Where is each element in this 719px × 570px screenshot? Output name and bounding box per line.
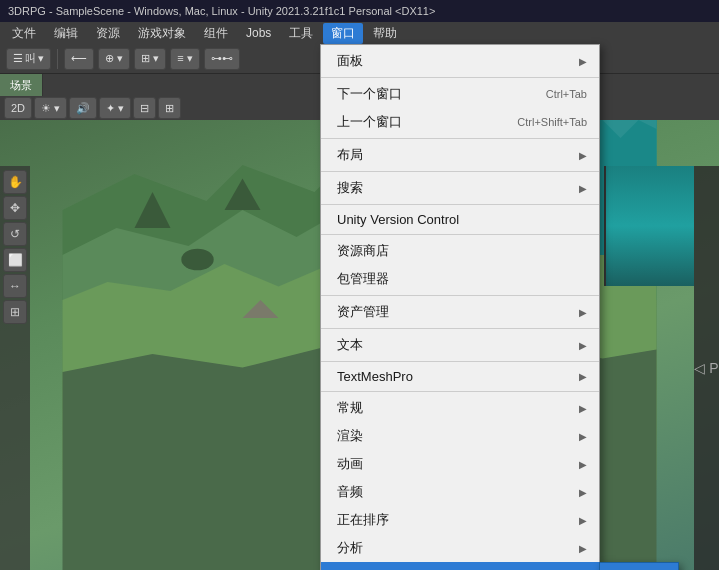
animation-label: 动画 [337,455,363,473]
menu-gameobject[interactable]: 游戏对象 [130,23,194,44]
package-manager-item[interactable]: 包管理器 [321,265,599,293]
ai-submenu: 导航 [599,562,679,570]
svg-point-8 [181,249,213,271]
menu-help[interactable]: 帮助 [365,23,405,44]
move-tool[interactable]: ✥ [3,196,27,220]
menu-tools[interactable]: 工具 [281,23,321,44]
toolbar-gizmo-btn[interactable]: ⊕ ▾ [98,48,130,70]
toolbar-layers-btn[interactable]: ☰ 叫 ▾ [6,48,51,70]
panel-label: 面板 [337,52,363,70]
menu-edit[interactable]: 编辑 [46,23,86,44]
scene-view-btn[interactable]: 2D [4,97,32,119]
layout-item[interactable]: 布局 ▶ [321,141,599,169]
toolbar-move-btn[interactable]: ⟵ [64,48,94,70]
render-arrow: ▶ [579,431,587,442]
menu-file[interactable]: 文件 [4,23,44,44]
right-panel-arrow: ◁ P [694,360,718,376]
textmeshpro-arrow: ▶ [579,371,587,382]
menu-section-tmp: TextMeshPro ▶ [321,362,599,392]
scene-lighting-btn[interactable]: ☀ ▾ [34,97,67,119]
scene-fx-btn[interactable]: ✦ ▾ [99,97,131,119]
analysis-item[interactable]: 分析 ▶ [321,534,599,562]
menu-section-panel: 面板 ▶ [321,45,599,78]
next-window-item[interactable]: 下一个窗口 Ctrl+Tab [321,80,599,108]
right-panel: ◁ P [694,166,719,570]
audio-label: 音频 [337,483,363,501]
prev-window-label: 上一个窗口 [337,113,402,131]
menu-section-nav: 下一个窗口 Ctrl+Tab 上一个窗口 Ctrl+Shift+Tab [321,78,599,139]
animation-item[interactable]: 动画 ▶ [321,450,599,478]
textmeshpro-label: TextMeshPro [337,369,413,384]
menu-bar: 文件 编辑 资源 游戏对象 组件 Jobs 工具 窗口 帮助 [0,22,719,44]
analysis-label: 分析 [337,539,363,557]
layers-icon: ☰ [13,52,23,65]
menu-window[interactable]: 窗口 [323,23,363,44]
analysis-arrow: ▶ [579,543,587,554]
ai-item[interactable]: AI ▶ 导航 [321,562,599,570]
scene-audio-btn[interactable]: 🔊 [69,97,97,119]
scene-tab[interactable]: 场景 [0,74,43,96]
sorting-item[interactable]: 正在排序 ▶ [321,506,599,534]
menu-section-store: 资源商店 包管理器 [321,235,599,296]
menu-panel-item[interactable]: 面板 ▶ [321,47,599,75]
text-label: 文本 [337,336,363,354]
scene-hidden-btn[interactable]: ⊟ [133,97,156,119]
general-item[interactable]: 常规 ▶ [321,394,599,422]
scale-tool[interactable]: ⬜ [3,248,27,272]
toolbar-more-btn[interactable]: ⊶⊷ [204,48,240,70]
text-item[interactable]: 文本 ▶ [321,331,599,359]
sorting-label: 正在排序 [337,511,389,529]
left-tools-panel: ✋ ✥ ↺ ⬜ ↔ ⊞ [0,166,30,570]
toolbar-sep-1 [57,49,58,69]
layout-label: 布局 [337,146,363,164]
next-window-label: 下一个窗口 [337,85,402,103]
menu-component[interactable]: 组件 [196,23,236,44]
general-label: 常规 [337,399,363,417]
prev-window-shortcut: Ctrl+Shift+Tab [517,116,587,128]
menu-section-layout: 布局 ▶ [321,139,599,172]
general-arrow: ▶ [579,403,587,414]
dropdown-arrow: ▾ [38,52,44,65]
unity-vcs-label: Unity Version Control [337,212,459,227]
sorting-arrow: ▶ [579,515,587,526]
menu-jobs[interactable]: Jobs [238,24,279,42]
navigation-item[interactable]: 导航 [600,563,678,570]
transform-tool[interactable]: ⊞ [3,300,27,324]
textmeshpro-item[interactable]: TextMeshPro ▶ [321,364,599,389]
audio-arrow: ▶ [579,487,587,498]
render-label: 渲染 [337,427,363,445]
menu-section-asset-mgmt: 资产管理 ▶ [321,296,599,329]
toolbar-extra-btn[interactable]: ≡ ▾ [170,48,199,70]
window-menu-dropdown[interactable]: 面板 ▶ 下一个窗口 Ctrl+Tab 上一个窗口 Ctrl+Shift+Tab… [320,44,600,570]
asset-mgmt-label: 资产管理 [337,303,389,321]
asset-mgmt-arrow: ▶ [579,307,587,318]
toolbar-snap-btn[interactable]: ⊞ ▾ [134,48,166,70]
search-item[interactable]: 搜索 ▶ [321,174,599,202]
panel-arrow: ▶ [579,56,587,67]
menu-section-text: 文本 ▶ [321,329,599,362]
layout-arrow: ▶ [579,150,587,161]
asset-store-item[interactable]: 资源商店 [321,237,599,265]
rotate-tool[interactable]: ↺ [3,222,27,246]
next-window-shortcut: Ctrl+Tab [546,88,587,100]
game-view [604,166,694,286]
title-bar: 3DRPG - SampleScene - Windows, Mac, Linu… [0,0,719,22]
unity-vcs-item[interactable]: Unity Version Control [321,207,599,232]
package-manager-label: 包管理器 [337,270,389,288]
audio-item[interactable]: 音频 ▶ [321,478,599,506]
hand-tool[interactable]: ✋ [3,170,27,194]
asset-store-label: 资源商店 [337,242,389,260]
asset-mgmt-item[interactable]: 资产管理 ▶ [321,298,599,326]
menu-section-vcs: Unity Version Control [321,205,599,235]
search-arrow: ▶ [579,183,587,194]
search-label: 搜索 [337,179,363,197]
rect-tool[interactable]: ↔ [3,274,27,298]
render-item[interactable]: 渲染 ▶ [321,422,599,450]
menu-section-tools: 常规 ▶ 渲染 ▶ 动画 ▶ 音频 ▶ 正在排序 ▶ 分析 ▶ [321,392,599,570]
prev-window-item[interactable]: 上一个窗口 Ctrl+Shift+Tab [321,108,599,136]
menu-assets[interactable]: 资源 [88,23,128,44]
title-text: 3DRPG - SampleScene - Windows, Mac, Linu… [8,5,435,17]
text-arrow: ▶ [579,340,587,351]
scene-grid-btn[interactable]: ⊞ [158,97,181,119]
menu-section-search: 搜索 ▶ [321,172,599,205]
